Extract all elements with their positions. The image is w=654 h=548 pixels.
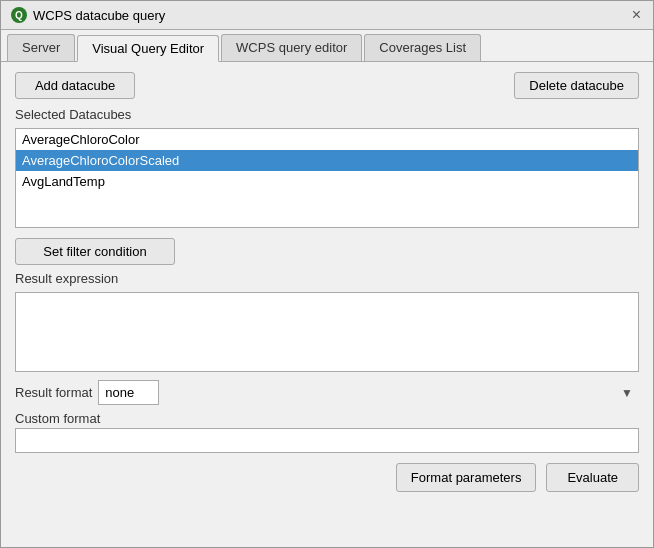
result-format-row: Result format none ▼ — [15, 380, 639, 405]
tab-coverages-list[interactable]: Coverages List — [364, 34, 481, 61]
custom-format-row: Custom format — [15, 411, 639, 453]
main-window: Q WCPS datacube query × Server Visual Qu… — [0, 0, 654, 548]
set-filter-button[interactable]: Set filter condition — [15, 238, 175, 265]
result-format-label: Result format — [15, 385, 92, 400]
main-content: Add datacube Delete datacube Selected Da… — [1, 62, 653, 547]
selected-datacubes-label: Selected Datacubes — [15, 107, 639, 122]
format-parameters-button[interactable]: Format parameters — [396, 463, 537, 492]
custom-format-label: Custom format — [15, 411, 639, 426]
custom-format-input[interactable] — [15, 428, 639, 453]
result-expression-input[interactable] — [15, 292, 639, 372]
filter-button-row: Set filter condition — [15, 238, 639, 265]
tab-bar: Server Visual Query Editor WCPS query ed… — [1, 30, 653, 62]
tab-server[interactable]: Server — [7, 34, 75, 61]
datacube-item-2[interactable]: AvgLandTemp — [16, 171, 638, 192]
datacube-list[interactable]: AverageChloroColor AverageChloroColorSca… — [15, 128, 639, 228]
add-datacube-button[interactable]: Add datacube — [15, 72, 135, 99]
title-bar-left: Q WCPS datacube query — [11, 7, 165, 23]
window-title: WCPS datacube query — [33, 8, 165, 23]
bottom-button-row: Format parameters Evaluate — [15, 463, 639, 496]
datacube-item-0[interactable]: AverageChloroColor — [16, 129, 638, 150]
select-arrow-icon: ▼ — [621, 386, 633, 400]
evaluate-button[interactable]: Evaluate — [546, 463, 639, 492]
close-button[interactable]: × — [630, 7, 643, 23]
result-format-select[interactable]: none — [98, 380, 159, 405]
delete-datacube-button[interactable]: Delete datacube — [514, 72, 639, 99]
tab-wcps-query-editor[interactable]: WCPS query editor — [221, 34, 362, 61]
datacube-item-1[interactable]: AverageChloroColorScaled — [16, 150, 638, 171]
result-expression-label: Result expression — [15, 271, 639, 286]
datacube-button-row: Add datacube Delete datacube — [15, 72, 639, 99]
title-bar: Q WCPS datacube query × — [1, 1, 653, 30]
result-format-select-wrapper: none ▼ — [98, 380, 639, 405]
app-icon: Q — [11, 7, 27, 23]
tab-visual-query-editor[interactable]: Visual Query Editor — [77, 35, 219, 62]
